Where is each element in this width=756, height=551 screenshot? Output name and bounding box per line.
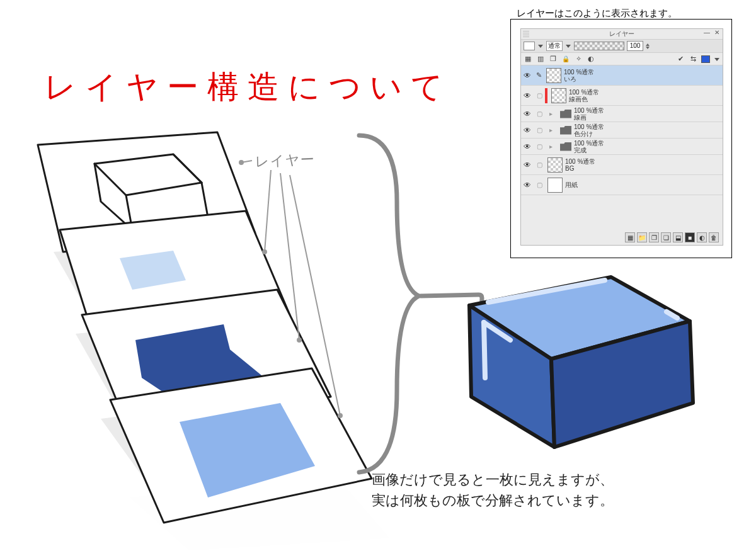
layer-thumbnail [547, 178, 563, 193]
visibility-icon[interactable]: 👁 [521, 91, 534, 100]
delete-icon[interactable]: 🗑 [709, 232, 719, 242]
new-folder-icon[interactable]: 📁 [637, 232, 647, 242]
link-icon[interactable]: ❒ [549, 55, 558, 64]
layer-icon[interactable]: ▦ [524, 55, 532, 64]
visibility-icon[interactable]: 👁 [521, 71, 534, 80]
layer-thumbnail [546, 68, 561, 83]
opacity-slider[interactable] [574, 42, 624, 50]
layer-opacity-label: 100 %通常 [565, 158, 595, 165]
panel-footer: ▦ 📁 ❐ ❏ ⬓ ■ ◐ 🗑 [625, 232, 719, 242]
layer-name: いろ [564, 76, 594, 82]
mask-icon[interactable]: ▥ [536, 55, 545, 64]
visibility-icon[interactable]: 👁 [521, 110, 534, 118]
layer-opacity-label: 100 %通常 [574, 107, 604, 114]
panel-blend-row: 通常 100 [521, 39, 723, 53]
svg-point-0 [239, 161, 243, 164]
drag-handle-icon[interactable] [523, 31, 529, 37]
layer-hand-label: レイヤー [255, 150, 316, 171]
merge-icon[interactable]: ⬓ [673, 232, 683, 242]
minimize-icon[interactable]: — [702, 29, 711, 38]
layer-stack [38, 132, 391, 551]
panel-tools-row: ▦ ▥ ❒ 🔒 ✧ ◐ ✔ ⇆ [521, 53, 723, 65]
layer-name: BG [565, 165, 595, 172]
visibility-icon[interactable]: 👁 [521, 181, 534, 190]
panel-title-text: レイヤー [609, 30, 634, 37]
svg-point-3 [338, 414, 342, 418]
close-icon[interactable]: ✕ [713, 29, 721, 38]
adjustment-icon[interactable]: ◐ [697, 232, 707, 242]
layer-row[interactable]: 👁 ▢ ▸ 100 %通常色分け [521, 122, 723, 139]
brace-arrow [359, 135, 491, 472]
layer-row[interactable]: 👁 ▢ 用紙 [521, 175, 723, 195]
new-layer-icon[interactable]: ▦ [625, 232, 635, 242]
layer-row[interactable]: 👁 ▢ ▸ 100 %通常線画 [521, 106, 723, 122]
folder-toggle-icon[interactable]: ▸ [545, 110, 556, 117]
opacity-value[interactable]: 100 [627, 41, 643, 51]
palette-dropdown-icon[interactable] [537, 42, 544, 50]
layer-opacity-label: 100 %通常 [569, 89, 599, 96]
caption-line2: 実は何枚もの板で分解されています。 [372, 492, 614, 508]
layer-name: 完成 [574, 147, 604, 154]
duplicate-icon[interactable]: ❏ [661, 232, 671, 242]
ghost-icon[interactable]: ◐ [587, 55, 595, 64]
layer-row[interactable]: 👁 ▢ ▸ 100 %通常完成 [521, 139, 723, 155]
visibility-icon[interactable]: 👁 [521, 142, 534, 151]
layer-row[interactable]: 👁 ▢ 100 %通常線画色 [521, 86, 723, 106]
panel-caption: レイヤーはこのように表示されます。 [517, 8, 677, 20]
layer-list: 👁 ✎ 100 %通常いろ 👁 ▢ 100 %通常線画色 👁 ▢ ▸ 100 %… [521, 65, 723, 212]
transfer-icon[interactable]: ⇆ [689, 55, 697, 64]
svg-point-1 [263, 250, 266, 254]
page-title: レイヤー構造について [44, 66, 452, 108]
expand-icon[interactable]: ▢ [534, 127, 545, 133]
blend-mode-select[interactable]: 通常 [546, 41, 563, 51]
new-group-icon[interactable]: ❐ [649, 232, 659, 242]
folder-icon [560, 126, 571, 135]
visibility-icon[interactable]: 👁 [521, 161, 534, 169]
visibility-icon[interactable]: 👁 [521, 126, 534, 135]
layer-thumbnail [547, 157, 563, 173]
folder-toggle-icon[interactable]: ▸ [545, 143, 556, 150]
layer-color-bar [545, 88, 547, 103]
layer-name: 線画色 [569, 96, 599, 103]
expand-icon[interactable]: ▢ [534, 92, 545, 99]
caption-line1: 画像だけで見ると一枚に見えますが、 [372, 472, 614, 487]
expand-icon[interactable]: ▢ [534, 110, 545, 117]
palette-swatch-icon[interactable] [524, 42, 535, 50]
expand-icon[interactable]: ▢ [534, 181, 545, 188]
layer-color-icon[interactable] [701, 55, 710, 63]
layer-name: 用紙 [565, 181, 578, 188]
layer-panel: レイヤー — ✕ 通常 100 ▦ ▥ ❒ 🔒 ✧ ◐ ✔ ⇆ [520, 28, 723, 246]
mask-rect-icon[interactable]: ■ [685, 232, 695, 242]
expand-icon[interactable]: ▢ [534, 161, 545, 168]
bottom-caption: 画像だけで見ると一枚に見えますが、 実は何枚もの板で分解されています。 [372, 469, 614, 511]
result-cube [469, 277, 693, 447]
folder-icon [560, 142, 571, 151]
blend-dropdown-icon[interactable] [565, 42, 571, 50]
layer-row[interactable]: 👁 ▢ 100 %通常BG [521, 155, 723, 175]
layer-name: 線画 [574, 114, 604, 121]
opacity-spinner[interactable] [646, 41, 651, 51]
edit-icon[interactable]: ✎ [534, 71, 544, 79]
layer-panel-frame: レイヤー — ✕ 通常 100 ▦ ▥ ❒ 🔒 ✧ ◐ ✔ ⇆ [510, 19, 732, 258]
leader-lines [239, 161, 342, 418]
layer-row[interactable]: 👁 ✎ 100 %通常いろ [521, 65, 723, 86]
layer-thumbnail [551, 88, 566, 103]
svg-point-2 [297, 338, 301, 342]
panel-titlebar[interactable]: レイヤー — ✕ [521, 29, 723, 39]
layer-opacity-label: 100 %通常 [574, 123, 604, 130]
color-dropdown-icon[interactable] [714, 55, 720, 64]
lock-icon[interactable]: 🔒 [561, 55, 570, 64]
folder-toggle-icon[interactable]: ▸ [545, 127, 556, 133]
layer-opacity-label: 100 %通常 [574, 140, 604, 147]
wand-icon[interactable]: ✧ [574, 55, 583, 64]
folder-icon [560, 110, 571, 118]
layer-opacity-label: 100 %通常 [564, 69, 594, 76]
layer-name: 色分け [574, 130, 604, 137]
check-icon[interactable]: ✔ [676, 55, 685, 64]
expand-icon[interactable]: ▢ [534, 143, 545, 150]
